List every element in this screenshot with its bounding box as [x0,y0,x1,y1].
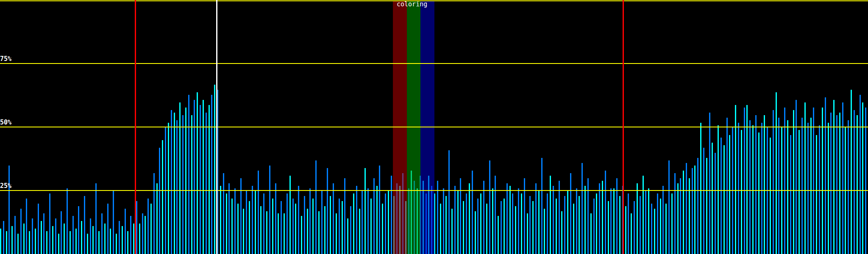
ytick-50: 50% [0,119,11,126]
chart: 75% 50% 25% coloring [0,0,868,254]
text-layer: 75% 50% 25% coloring [0,0,868,254]
coloring-label: coloring [397,1,427,8]
ytick-25: 25% [0,183,11,189]
ytick-75: 75% [0,56,11,62]
